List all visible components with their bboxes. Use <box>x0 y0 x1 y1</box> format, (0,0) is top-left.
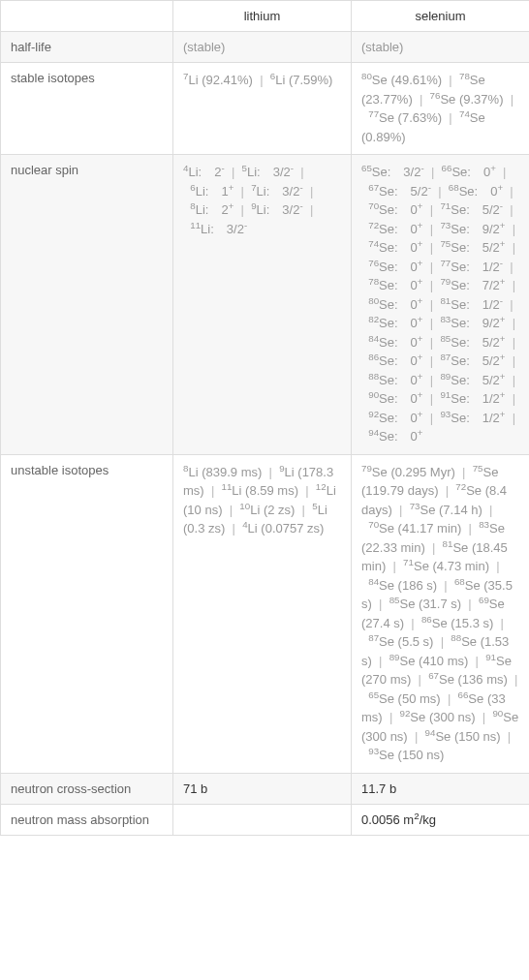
row-nuclear-spin: nuclear spin 4Li: 2- | 5Li: 3/2- | 6Li: … <box>1 155 530 455</box>
row-half-life: half-life (stable) (stable) <box>1 32 530 63</box>
stable-isotopes-lithium: 7Li (92.41%) | 6Li (7.59%) <box>173 63 352 155</box>
nma-unit: /kg <box>420 812 436 827</box>
row-unstable-isotopes: unstable isotopes 8Li (839.9 ms) | 9Li (… <box>1 454 530 773</box>
header-lithium: lithium <box>173 1 352 32</box>
nma-value: 0.0056 m <box>361 812 414 827</box>
row-label: unstable isotopes <box>1 454 173 773</box>
row-label: half-life <box>1 32 173 63</box>
unstable-isotopes-lithium: 8Li (839.9 ms) | 9Li (178.3 ms) | 11Li (… <box>173 454 352 773</box>
nma-lithium <box>173 804 352 835</box>
header-selenium: selenium <box>352 1 530 32</box>
row-label: nuclear spin <box>1 155 173 455</box>
unstable-isotopes-selenium: 79Se (0.295 Myr) | 75Se (119.79 days) | … <box>352 454 530 773</box>
nuclear-spin-selenium: 65Se: 3/2- | 66Se: 0+ | 67Se: 5/2- | 68S… <box>352 155 530 455</box>
header-row: lithium selenium <box>1 1 530 32</box>
row-neutron-mass-absorption: neutron mass absorption 0.0056 m2/kg <box>1 804 530 835</box>
nma-selenium: 0.0056 m2/kg <box>352 804 530 835</box>
half-life-lithium: (stable) <box>173 32 352 63</box>
nuclear-properties-table: lithium selenium half-life (stable) (sta… <box>0 0 529 836</box>
stable-isotopes-selenium: 80Se (49.61%) | 78Se (23.77%) | 76Se (9.… <box>352 63 530 155</box>
row-label: neutron mass absorption <box>1 804 173 835</box>
header-blank <box>1 1 173 32</box>
half-life-selenium: (stable) <box>352 32 530 63</box>
ncs-selenium: 11.7 b <box>352 773 530 804</box>
row-label: stable isotopes <box>1 63 173 155</box>
row-label: neutron cross-section <box>1 773 173 804</box>
row-neutron-cross-section: neutron cross-section 71 b 11.7 b <box>1 773 530 804</box>
ncs-lithium: 71 b <box>173 773 352 804</box>
nuclear-spin-lithium: 4Li: 2- | 5Li: 3/2- | 6Li: 1+ | 7Li: 3/2… <box>173 155 352 455</box>
row-stable-isotopes: stable isotopes 7Li (92.41%) | 6Li (7.59… <box>1 63 530 155</box>
